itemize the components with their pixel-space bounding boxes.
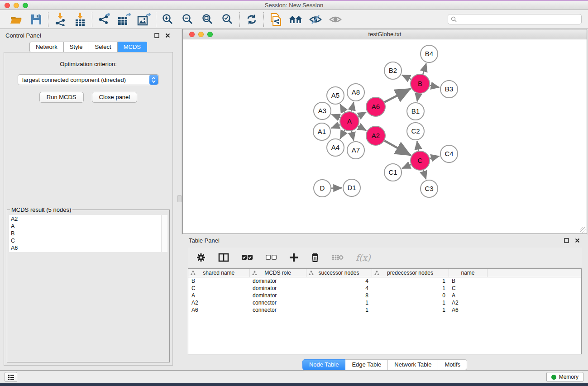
tab-select[interactable]: Select xyxy=(89,42,118,52)
network-node-A8[interactable]: A8 xyxy=(347,84,364,101)
tab-node-table[interactable]: Node Table xyxy=(302,359,346,370)
edge-B-B2[interactable] xyxy=(402,75,411,80)
network-node-A3[interactable]: A3 xyxy=(314,102,331,119)
export-network-icon[interactable] xyxy=(97,13,111,26)
network-canvas[interactable]: B4B2BB3A8A5A6A3B1AA1C2A2A4A7C4CC1C3DD1 xyxy=(183,39,587,234)
select-all-icon[interactable] xyxy=(241,254,253,260)
criterion-select[interactable]: largest connected component (directed) xyxy=(18,74,159,85)
edge-A-A6[interactable] xyxy=(358,112,366,117)
network-node-A[interactable]: A xyxy=(340,112,359,131)
delete-table-icon[interactable] xyxy=(332,254,344,261)
edge-B-B1[interactable] xyxy=(417,94,419,102)
edge-C-C2[interactable] xyxy=(417,141,418,151)
import-table-icon[interactable] xyxy=(73,13,87,26)
result-item-A[interactable]: A xyxy=(11,223,159,230)
memory-button[interactable]: Memory xyxy=(546,372,583,382)
column-header-successor-nodes[interactable]: successor nodes xyxy=(306,269,372,277)
function-builder-icon[interactable]: f(x) xyxy=(356,253,371,262)
network-node-C[interactable]: C xyxy=(411,151,430,170)
edge-A2-C[interactable] xyxy=(384,141,411,155)
table-row[interactable]: Cdominator41C xyxy=(188,285,581,292)
network-node-A4[interactable]: A4 xyxy=(327,139,344,156)
result-item-A2[interactable]: A2 xyxy=(11,215,159,223)
result-item-C[interactable]: C xyxy=(11,237,159,244)
float-table-panel-icon[interactable] xyxy=(563,237,570,244)
save-session-icon[interactable] xyxy=(29,13,43,26)
zoom-out-icon[interactable] xyxy=(181,13,195,26)
close-panel-button[interactable]: Close panel xyxy=(92,92,138,103)
network-node-B4[interactable]: B4 xyxy=(421,45,438,62)
network-node-B2[interactable]: B2 xyxy=(384,62,402,79)
tab-edge-table[interactable]: Edge Table xyxy=(345,359,388,370)
column-header-name[interactable]: name xyxy=(449,269,487,277)
add-column-icon[interactable] xyxy=(289,253,298,262)
network-node-C3[interactable]: C3 xyxy=(421,180,438,197)
network-node-A5[interactable]: A5 xyxy=(327,87,344,104)
network-node-A1[interactable]: A1 xyxy=(313,123,330,140)
column-header-MCDS-role[interactable]: MCDS role xyxy=(249,269,306,277)
float-panel-icon[interactable] xyxy=(153,32,160,39)
result-item-B[interactable]: B xyxy=(11,230,159,237)
clone-network-icon[interactable] xyxy=(269,13,282,26)
edge-A-A3[interactable] xyxy=(332,114,340,118)
network-node-C1[interactable]: C1 xyxy=(384,164,402,181)
network-node-B1[interactable]: B1 xyxy=(407,103,424,120)
network-node-A2[interactable]: A2 xyxy=(366,126,385,145)
edge-A-A5[interactable] xyxy=(340,104,345,112)
edge-A-A1[interactable] xyxy=(331,125,340,128)
refresh-icon[interactable] xyxy=(245,13,258,26)
edge-C-C1[interactable] xyxy=(402,165,411,169)
open-session-icon[interactable] xyxy=(10,13,23,26)
table-row[interactable]: Adominator80A xyxy=(188,292,581,299)
window-resize-grip[interactable] xyxy=(580,227,586,233)
edge-C-C3[interactable] xyxy=(423,170,426,179)
vertical-splitter-handle[interactable] xyxy=(177,195,182,202)
close-panel-icon[interactable] xyxy=(164,32,171,39)
deselect-all-icon[interactable] xyxy=(265,254,277,260)
result-list-scrollbar[interactable] xyxy=(161,215,167,252)
zoom-fit-icon[interactable] xyxy=(201,13,215,26)
table-row[interactable]: Bdominator41B xyxy=(188,277,581,285)
tab-network[interactable]: Network xyxy=(29,42,64,52)
network-node-D1[interactable]: D1 xyxy=(343,179,360,196)
network-node-C4[interactable]: C4 xyxy=(440,145,458,162)
export-table-icon[interactable] xyxy=(117,13,131,26)
search-input[interactable] xyxy=(459,16,578,23)
network-node-A6[interactable]: A6 xyxy=(366,97,385,116)
edge-A-A4[interactable] xyxy=(340,130,344,138)
edge-B-B3[interactable] xyxy=(430,86,440,87)
node-table[interactable]: shared nameMCDS rolesuccessor nodesprede… xyxy=(188,268,582,354)
run-mcds-button[interactable]: Run MCDS xyxy=(39,92,84,103)
table-row[interactable]: A6connector11A6 xyxy=(188,306,581,314)
mcds-result-list[interactable]: A2ABCA6 xyxy=(9,215,167,252)
edge-A-A8[interactable] xyxy=(352,102,354,111)
task-history-button[interactable] xyxy=(5,372,17,382)
home-icon[interactable] xyxy=(289,13,302,26)
tab-style[interactable]: Style xyxy=(64,42,89,52)
show-all-icon[interactable] xyxy=(329,13,342,26)
network-node-D[interactable]: D xyxy=(314,180,331,197)
column-header-predecessor-nodes[interactable]: predecessor nodes xyxy=(372,269,449,277)
edge-A-A2[interactable] xyxy=(358,126,366,131)
tab-motifs[interactable]: Motifs xyxy=(438,359,467,370)
table-row[interactable]: A2connector11A2 xyxy=(188,299,581,306)
search-field[interactable] xyxy=(448,14,582,24)
hide-selected-icon[interactable] xyxy=(309,13,322,26)
network-node-C2[interactable]: C2 xyxy=(407,123,424,140)
export-image-icon[interactable] xyxy=(137,13,151,26)
edge-C-C4[interactable] xyxy=(430,156,439,158)
zoom-in-icon[interactable] xyxy=(161,13,175,26)
network-node-B3[interactable]: B3 xyxy=(440,81,458,98)
edge-B-B4[interactable] xyxy=(423,63,426,74)
tab-mcds[interactable]: MCDS xyxy=(118,42,147,52)
tab-network-table[interactable]: Network Table xyxy=(388,359,438,370)
import-network-icon[interactable] xyxy=(53,13,67,26)
delete-column-icon[interactable] xyxy=(311,253,320,262)
zoom-selected-icon[interactable] xyxy=(221,13,234,26)
edge-A-A7[interactable] xyxy=(352,131,354,140)
result-item-A6[interactable]: A6 xyxy=(11,244,159,252)
edge-A6-B[interactable] xyxy=(385,89,411,102)
column-header-shared-name[interactable]: shared name xyxy=(188,269,249,277)
network-node-A7[interactable]: A7 xyxy=(347,142,364,159)
split-view-icon[interactable] xyxy=(218,253,229,262)
